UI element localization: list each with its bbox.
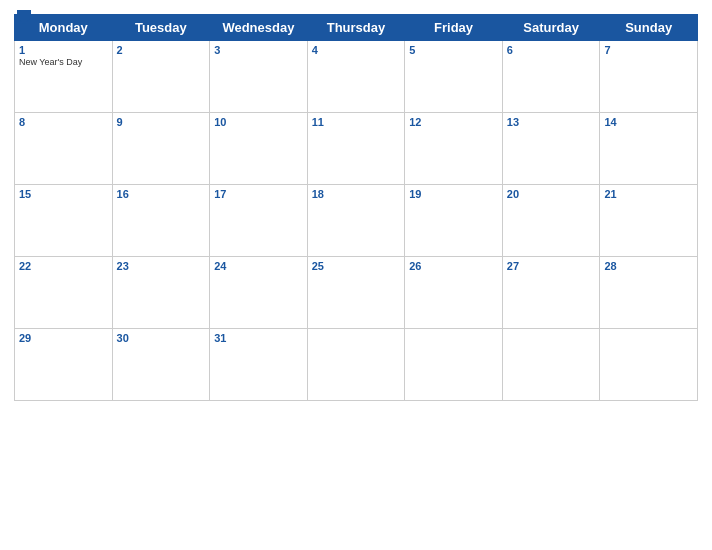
calendar-cell: 13	[502, 113, 600, 185]
calendar-cell: 8	[15, 113, 113, 185]
calendar-cell: 3	[210, 41, 308, 113]
calendar-cell: 20	[502, 185, 600, 257]
calendar-cell: 26	[405, 257, 503, 329]
calendar-cell: 22	[15, 257, 113, 329]
day-number: 20	[507, 188, 596, 200]
calendar-cell: 1New Year's Day	[15, 41, 113, 113]
day-number: 14	[604, 116, 693, 128]
calendar-cell: 19	[405, 185, 503, 257]
calendar-cell: 4	[307, 41, 405, 113]
logo-area	[14, 10, 31, 24]
calendar-table: MondayTuesdayWednesdayThursdayFridaySatu…	[14, 14, 698, 401]
day-number: 4	[312, 44, 401, 56]
calendar-cell: 14	[600, 113, 698, 185]
day-number: 3	[214, 44, 303, 56]
logo-icon	[17, 10, 31, 24]
day-number: 13	[507, 116, 596, 128]
day-number: 25	[312, 260, 401, 272]
day-number: 11	[312, 116, 401, 128]
calendar-cell: 15	[15, 185, 113, 257]
calendar-cell: 31	[210, 329, 308, 401]
day-number: 26	[409, 260, 498, 272]
calendar-cell: 29	[15, 329, 113, 401]
day-number: 2	[117, 44, 206, 56]
weekday-header-thursday: Thursday	[307, 15, 405, 41]
calendar-body: 1New Year's Day2345678910111213141516171…	[15, 41, 698, 401]
calendar-header: MondayTuesdayWednesdayThursdayFridaySatu…	[15, 15, 698, 41]
day-number: 21	[604, 188, 693, 200]
calendar-cell: 11	[307, 113, 405, 185]
day-number: 27	[507, 260, 596, 272]
calendar-cell	[405, 329, 503, 401]
day-number: 22	[19, 260, 108, 272]
calendar-week-row: 891011121314	[15, 113, 698, 185]
calendar-cell: 23	[112, 257, 210, 329]
calendar-week-row: 293031	[15, 329, 698, 401]
weekday-header-sunday: Sunday	[600, 15, 698, 41]
day-number: 7	[604, 44, 693, 56]
calendar-cell	[600, 329, 698, 401]
holiday-label: New Year's Day	[19, 57, 108, 67]
calendar-week-row: 22232425262728	[15, 257, 698, 329]
calendar-cell: 17	[210, 185, 308, 257]
day-number: 17	[214, 188, 303, 200]
calendar-week-row: 15161718192021	[15, 185, 698, 257]
day-number: 6	[507, 44, 596, 56]
day-number: 24	[214, 260, 303, 272]
calendar-cell: 30	[112, 329, 210, 401]
calendar-cell: 2	[112, 41, 210, 113]
day-number: 29	[19, 332, 108, 344]
day-number: 28	[604, 260, 693, 272]
weekday-header-tuesday: Tuesday	[112, 15, 210, 41]
calendar-cell: 21	[600, 185, 698, 257]
calendar-cell: 16	[112, 185, 210, 257]
calendar-cell: 9	[112, 113, 210, 185]
day-number: 30	[117, 332, 206, 344]
weekday-header-saturday: Saturday	[502, 15, 600, 41]
day-number: 8	[19, 116, 108, 128]
calendar-cell: 6	[502, 41, 600, 113]
calendar-cell: 27	[502, 257, 600, 329]
calendar-wrapper: MondayTuesdayWednesdayThursdayFridaySatu…	[0, 0, 712, 550]
day-number: 10	[214, 116, 303, 128]
day-number: 1	[19, 44, 108, 56]
calendar-cell: 25	[307, 257, 405, 329]
day-number: 23	[117, 260, 206, 272]
calendar-cell: 5	[405, 41, 503, 113]
day-number: 15	[19, 188, 108, 200]
calendar-week-row: 1New Year's Day234567	[15, 41, 698, 113]
weekday-header-row: MondayTuesdayWednesdayThursdayFridaySatu…	[15, 15, 698, 41]
calendar-cell: 18	[307, 185, 405, 257]
day-number: 12	[409, 116, 498, 128]
calendar-cell	[307, 329, 405, 401]
calendar-cell: 12	[405, 113, 503, 185]
day-number: 18	[312, 188, 401, 200]
weekday-header-wednesday: Wednesday	[210, 15, 308, 41]
day-number: 16	[117, 188, 206, 200]
calendar-cell: 10	[210, 113, 308, 185]
weekday-header-friday: Friday	[405, 15, 503, 41]
day-number: 19	[409, 188, 498, 200]
calendar-cell: 24	[210, 257, 308, 329]
calendar-cell: 7	[600, 41, 698, 113]
day-number: 31	[214, 332, 303, 344]
calendar-cell: 28	[600, 257, 698, 329]
calendar-cell	[502, 329, 600, 401]
day-number: 9	[117, 116, 206, 128]
day-number: 5	[409, 44, 498, 56]
